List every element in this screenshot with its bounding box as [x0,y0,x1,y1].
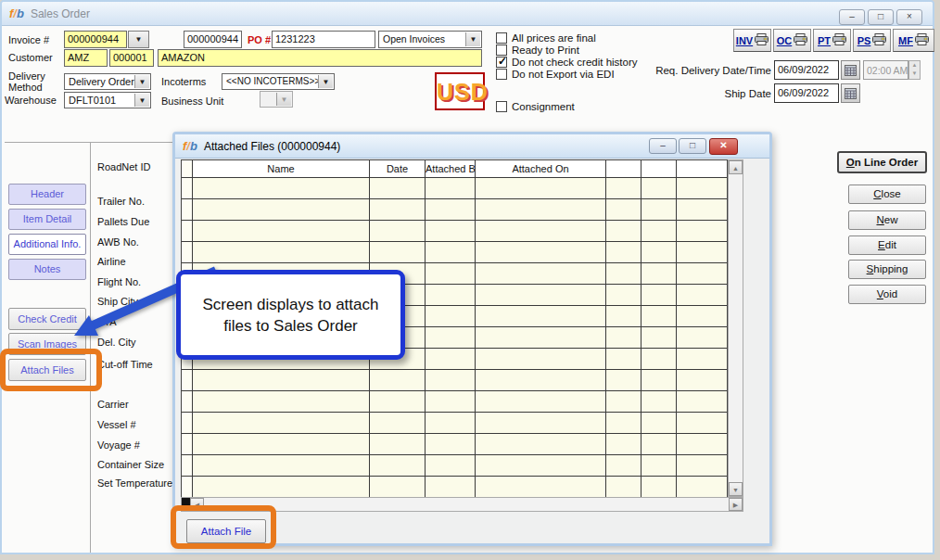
table-row[interactable] [182,370,727,391]
edit-button[interactable]: Edit [848,235,926,255]
table-cell [677,306,727,326]
close-button[interactable]: Close [848,185,926,204]
table-cell [370,477,426,497]
table-cell [677,327,727,348]
table-row[interactable] [182,455,727,477]
invoice-input[interactable]: 000000944 [64,31,127,48]
print-button-oc[interactable]: OC [773,29,811,52]
on-line-order-button[interactable]: On Line Order [837,151,927,173]
main-titlebar: f/b Sales Order [2,2,933,26]
new-button[interactable]: New [848,210,926,230]
print-button-inv[interactable]: INV [733,29,771,52]
table-cell [606,455,641,476]
column-header: Date [370,160,426,177]
table-cell [641,306,677,326]
chevron-down-icon[interactable]: ▼ [318,75,333,88]
chevron-down-icon[interactable]: ▼ [134,75,149,88]
invoice-ref-field[interactable]: 000000944 [184,31,242,48]
field-label-trailer-no: Trailer No. [97,196,145,207]
callout-line1: Screen displays to attach [203,296,379,313]
table-cell [426,199,476,220]
checkbox-label: Do not Export via EDI [512,69,615,80]
dialog-maximize-button[interactable]: □ [679,138,706,154]
table-cell [193,434,370,454]
table-cell [193,242,370,262]
scroll-track[interactable] [204,498,729,511]
print-button-mf[interactable]: MF [893,29,934,52]
ship-date-input[interactable]: 06/09/2022 [774,83,839,103]
field-label-awb-no: AWB No. [97,236,139,248]
table-cell [476,306,606,326]
table-row[interactable] [182,434,727,455]
table-cell [606,477,641,497]
scroll-right-icon[interactable]: ▶ [729,498,743,511]
column-header [606,160,641,177]
checkbox-unchecked[interactable] [496,32,507,44]
po-input[interactable]: 1231223 [272,31,375,48]
scroll-up-icon[interactable]: ▲ [729,160,743,174]
table-cell [476,434,606,454]
void-button[interactable]: Void [848,285,926,304]
table-row[interactable] [182,178,727,199]
req-delivery-time-input: 02:00 AM [863,60,908,80]
minimize-button[interactable]: – [839,9,865,25]
dialog-close-button[interactable]: ✕ [709,138,738,155]
invoice-dropdown-button[interactable]: ▼ [128,31,149,48]
checkbox-unchecked[interactable] [496,101,507,112]
calendar-icon[interactable] [841,60,860,80]
scroll-down-icon[interactable]: ▼ [729,482,743,496]
table-row[interactable] [182,391,727,413]
table-cell [476,349,606,369]
shipping-button[interactable]: Shipping [848,260,926,279]
printer-icon [755,33,769,47]
checkbox-checked[interactable]: ✓ [496,57,507,68]
button-label: Shipping [849,261,925,278]
table-cell [426,263,476,284]
table-cell [182,434,193,454]
chevron-down-icon[interactable]: ▼ [134,94,149,107]
table-cell [193,477,370,497]
table-row[interactable] [182,242,727,263]
delivery-method-combo[interactable]: Delivery Order▼ [64,73,151,90]
customer-name-input[interactable]: AMAZON [158,49,482,67]
vertical-scrollbar[interactable]: ▲ ▼ [728,159,743,497]
incoterms-combo[interactable]: <<NO INCOTERMS>>▼ [222,73,335,90]
warehouse-combo[interactable]: DFLT0101▼ [64,92,151,108]
invoice-filter-combo[interactable]: Open Invoices▼ [378,31,482,48]
close-button[interactable]: × [896,9,922,25]
table-cell [426,306,476,326]
dialog-minimize-button[interactable]: – [649,138,677,154]
table-cell [606,327,641,348]
print-button-ps[interactable]: PS [853,29,891,52]
sidebar-item-header[interactable]: Header [8,184,86,205]
print-button-label: PS [857,35,871,46]
table-cell [370,413,426,433]
checkbox-unchecked[interactable] [496,69,507,80]
sidebar-item-notes[interactable]: Notes [8,259,86,280]
table-row[interactable] [182,199,727,221]
chevron-down-icon[interactable]: ▼ [465,32,480,46]
field-label-carrier: Carrier [97,399,129,410]
sidebar-item-check-credit[interactable]: Check Credit [8,308,86,330]
table-cell [677,242,727,262]
req-delivery-date-input[interactable]: 06/09/2022 [774,60,839,80]
table-cell [677,370,727,390]
sidebar-item-additional-info[interactable]: Additional Info. [8,234,86,255]
printer-icon [832,33,846,47]
printer-icon [915,33,929,47]
currency-badge: USD [435,72,485,110]
table-row[interactable] [182,413,727,434]
maximize-button[interactable]: □ [868,9,894,25]
table-row[interactable] [182,477,727,498]
customer-code-input[interactable]: AMZ [64,49,108,67]
printer-icon [794,33,807,47]
table-cell [677,391,727,412]
print-button-pt[interactable]: PT [813,29,851,52]
calendar-icon[interactable] [841,83,860,103]
table-row[interactable] [182,221,727,242]
customer-number-input[interactable]: 000001 [109,49,154,67]
table-cell [193,199,370,220]
sidebar-item-item-detail[interactable]: Item Detail [8,209,86,230]
table-cell [606,413,641,433]
invoice-filter-value: Open Invoices [383,33,445,45]
